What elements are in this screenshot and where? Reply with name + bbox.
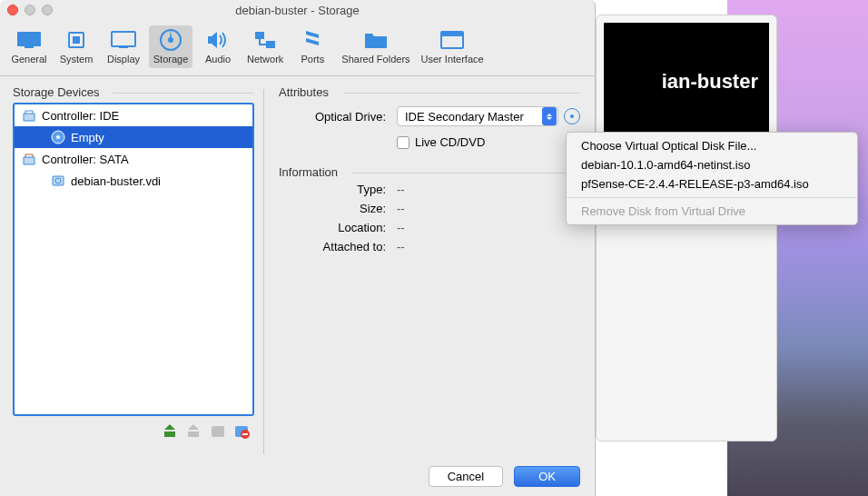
location-value: -- xyxy=(397,221,580,234)
sata-controller-icon xyxy=(22,152,36,166)
tab-label: Shared Folders xyxy=(341,54,409,64)
controller-ide[interactable]: Controller: IDE xyxy=(15,104,252,126)
tab-storage[interactable]: Storage xyxy=(149,25,192,68)
tab-display[interactable]: Display xyxy=(102,25,145,68)
select-value: IDE Secondary Master xyxy=(405,110,542,124)
svg-rect-5 xyxy=(119,46,128,48)
svg-point-13 xyxy=(56,135,60,139)
display-icon xyxy=(109,29,138,51)
tree-label: debian-buster.vdi xyxy=(71,174,161,188)
disc-icon xyxy=(51,130,65,144)
remove-controller-button xyxy=(185,422,203,440)
live-cd-checkbox[interactable] xyxy=(397,136,409,149)
tab-label: User Interface xyxy=(421,54,484,64)
hdd-icon xyxy=(51,174,65,188)
svg-rect-11 xyxy=(441,32,463,36)
tab-label: Ports xyxy=(301,54,325,64)
tab-general[interactable]: General xyxy=(7,25,51,68)
attached-value: -- xyxy=(397,240,580,253)
storage-icon xyxy=(156,29,185,51)
cancel-button[interactable]: Cancel xyxy=(429,466,503,487)
remove-attachment-button[interactable] xyxy=(232,422,251,440)
tree-label: Controller: IDE xyxy=(42,109,119,123)
menu-iso-item[interactable]: debian-10.1.0-amd64-netinst.iso xyxy=(567,155,857,174)
size-label: Size: xyxy=(279,202,397,215)
svg-rect-16 xyxy=(212,426,224,437)
location-label: Location: xyxy=(279,221,397,234)
type-label: Type: xyxy=(279,183,397,196)
svg-rect-4 xyxy=(112,32,135,46)
ide-controller-icon xyxy=(22,108,36,123)
hard-disk-vdi[interactable]: debian-buster.vdi xyxy=(15,170,252,192)
tab-system[interactable]: System xyxy=(54,25,98,68)
disk-menu-popup: Choose Virtual Optical Disk File... debi… xyxy=(566,132,858,225)
ports-icon xyxy=(298,29,327,51)
tab-network[interactable]: Network xyxy=(243,25,287,68)
tab-user-interface[interactable]: User Interface xyxy=(418,25,488,68)
tab-audio[interactable]: Audio xyxy=(196,25,240,68)
menu-choose-disk[interactable]: Choose Virtual Optical Disk File... xyxy=(567,136,857,155)
svg-rect-1 xyxy=(25,46,34,48)
ui-icon xyxy=(438,29,467,51)
settings-window: debian-buster - Storage General System D… xyxy=(0,0,596,496)
optical-drive-empty[interactable]: Empty xyxy=(15,126,252,148)
traffic-lights xyxy=(7,5,53,15)
tab-label: Storage xyxy=(153,54,189,64)
general-icon xyxy=(15,29,44,51)
titlebar: debian-buster - Storage xyxy=(0,0,595,20)
window-title: debian-buster - Storage xyxy=(0,4,595,17)
live-cd-label: Live CD/DVD xyxy=(415,135,485,149)
optical-drive-select[interactable]: IDE Secondary Master xyxy=(397,106,558,126)
storage-devices-panel: Storage Devices Controller: IDE Empty xyxy=(0,76,263,463)
svg-rect-0 xyxy=(17,32,41,46)
attached-label: Attached to: xyxy=(279,240,397,253)
tree-label: Empty xyxy=(71,131,104,144)
toolbar: General System Display Storage Audio xyxy=(0,20,595,76)
tab-label: Audio xyxy=(205,54,231,64)
vm-preview-screen: ian-buster xyxy=(604,23,769,141)
svg-point-7 xyxy=(168,37,173,43)
add-controller-button[interactable] xyxy=(162,422,180,440)
folder-icon xyxy=(361,29,390,51)
audio-icon xyxy=(203,29,232,51)
select-arrows-icon xyxy=(542,107,557,125)
svg-rect-3 xyxy=(73,36,80,44)
zoom-button xyxy=(42,5,53,15)
menu-divider xyxy=(567,197,857,198)
choose-disk-button[interactable] xyxy=(564,108,580,124)
tab-shared-folders[interactable]: Shared Folders xyxy=(338,25,413,68)
svg-rect-19 xyxy=(242,433,248,435)
device-tree[interactable]: Controller: IDE Empty Controller: SATA xyxy=(13,103,254,416)
vm-preview-label: ian-buster xyxy=(662,70,758,94)
svg-rect-9 xyxy=(266,41,275,48)
menu-iso-item[interactable]: pfSense-CE-2.4.4-RELEASE-p3-amd64.iso xyxy=(567,174,857,193)
controller-sata[interactable]: Controller: SATA xyxy=(15,148,252,170)
tab-label: System xyxy=(60,54,94,64)
tab-label: General xyxy=(11,54,46,64)
size-value: -- xyxy=(397,202,580,215)
system-icon xyxy=(62,29,91,51)
optical-drive-label: Optical Drive: xyxy=(279,110,397,124)
attributes-panel: Attributes Optical Drive: IDE Secondary … xyxy=(264,76,595,463)
vm-preview-window: ian-buster xyxy=(596,15,777,441)
minimize-button xyxy=(25,5,35,15)
close-button[interactable] xyxy=(7,5,18,15)
dialog-buttons: Cancel OK xyxy=(429,466,580,487)
network-icon xyxy=(251,29,280,51)
tree-label: Controller: SATA xyxy=(42,153,129,166)
ok-button[interactable]: OK xyxy=(514,466,580,487)
device-toolbar xyxy=(13,416,254,445)
svg-rect-8 xyxy=(255,32,264,39)
add-attachment-button xyxy=(209,422,227,440)
tab-ports[interactable]: Ports xyxy=(291,25,334,68)
tab-label: Display xyxy=(107,54,140,64)
type-value: -- xyxy=(397,183,580,196)
tab-label: Network xyxy=(247,54,283,64)
menu-remove-disk: Remove Disk from Virtual Drive xyxy=(567,202,857,221)
